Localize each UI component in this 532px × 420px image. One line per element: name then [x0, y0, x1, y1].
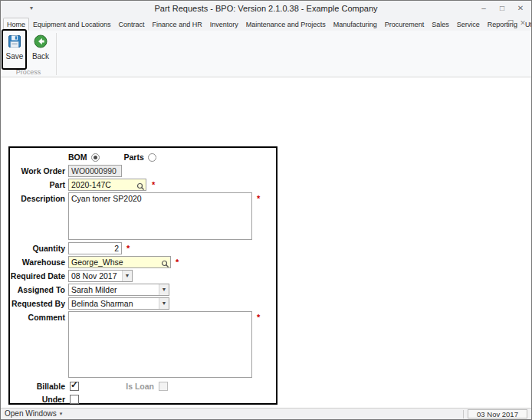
warehouse-lookup-field: [68, 256, 171, 268]
required-date-label: Required Date: [10, 270, 65, 282]
open-windows-label: Open Windows: [5, 409, 57, 418]
part-input[interactable]: [68, 179, 146, 191]
is-loan-checkbox: [159, 382, 168, 391]
quantity-input[interactable]: [68, 242, 122, 254]
warehouse-lookup-icon[interactable]: [161, 258, 169, 266]
under-warranty-checkbox[interactable]: [70, 395, 79, 404]
warehouse-input[interactable]: [68, 256, 171, 268]
ribbon-group-separator: [56, 33, 57, 75]
tab-service[interactable]: Service: [453, 18, 484, 31]
description-textarea[interactable]: Cyan toner SP2020: [68, 192, 252, 240]
description-required-marker: *: [257, 192, 260, 205]
title-bar: ▾ Part Requests - BPO: Version 2.1.0.38 …: [1, 1, 531, 17]
required-date-combobox[interactable]: 08 Nov 2017 ▼: [68, 270, 133, 282]
back-button-label: Back: [32, 52, 49, 61]
description-label: Description: [10, 192, 65, 205]
tab-maintenance-and-projects[interactable]: Maintenance and Projects: [242, 18, 330, 31]
minimize-button[interactable]: –: [475, 2, 492, 15]
tab-inventory[interactable]: Inventory: [206, 18, 242, 31]
requested-by-value: Belinda Sharman: [71, 299, 133, 308]
check-icon: ✓: [71, 379, 78, 390]
close-button[interactable]: ✕: [512, 2, 529, 15]
requested-by-label: Requested By: [10, 297, 65, 310]
bom-radio[interactable]: [91, 153, 100, 162]
billable-checkbox[interactable]: ✓: [70, 382, 79, 391]
part-required-marker: *: [152, 179, 155, 191]
status-separator: [463, 410, 464, 418]
back-button[interactable]: Back: [28, 33, 53, 68]
tab-finance-and-hr[interactable]: Finance and HR: [149, 18, 206, 31]
ribbon-tab-bar: Home Equipment and Locations Contract Fi…: [1, 17, 531, 31]
back-icon: [33, 34, 48, 51]
requested-by-combobox[interactable]: Belinda Sharman ▼: [68, 297, 169, 310]
child-restore-icon[interactable]: ❐: [506, 19, 515, 27]
tab-sales[interactable]: Sales: [428, 18, 453, 31]
save-button[interactable]: Save: [2, 33, 27, 68]
warehouse-required-marker: *: [176, 256, 179, 268]
quantity-label: Quantity: [10, 242, 65, 254]
requested-by-dropdown-icon[interactable]: ▼: [159, 298, 169, 309]
part-label: Part: [10, 179, 65, 191]
parts-radio[interactable]: [148, 153, 156, 162]
quantity-required-marker: *: [126, 242, 130, 254]
mdi-child-controls: – ❐ ✕: [494, 19, 527, 27]
save-icon: [7, 34, 22, 51]
parts-label: Parts: [124, 153, 144, 162]
child-close-icon[interactable]: ✕: [518, 19, 527, 27]
open-windows-caret-icon: ▾: [60, 411, 63, 417]
required-date-value: 08 Nov 2017: [71, 271, 117, 281]
work-order-input[interactable]: [68, 165, 122, 177]
assigned-to-label: Assigned To: [10, 284, 65, 296]
required-date-dropdown-icon[interactable]: ▼: [122, 271, 132, 281]
part-lookup-icon[interactable]: [136, 180, 145, 189]
assigned-to-combobox[interactable]: Sarah Milder ▼: [68, 284, 169, 296]
maximize-button[interactable]: □: [494, 2, 511, 15]
comment-textarea[interactable]: [68, 311, 252, 378]
work-order-label: Work Order: [10, 165, 65, 177]
warehouse-label: Warehouse: [10, 256, 65, 268]
comment-label: Comment: [10, 311, 65, 323]
child-minimize-icon[interactable]: –: [494, 19, 503, 27]
assigned-to-dropdown-icon[interactable]: ▼: [159, 284, 169, 295]
tab-equipment-and-locations[interactable]: Equipment and Locations: [29, 18, 115, 31]
open-windows-dropdown[interactable]: Open Windows ▾: [5, 409, 62, 418]
status-date: 03 Nov 2017: [468, 409, 527, 418]
tab-contract[interactable]: Contract: [115, 18, 149, 31]
comment-required-marker: *: [257, 311, 260, 323]
status-bar: Open Windows ▾ 03 Nov 2017: [1, 408, 531, 419]
part-lookup-field: [68, 179, 146, 191]
save-button-label: Save: [6, 52, 24, 61]
tab-home[interactable]: Home: [3, 18, 29, 31]
tab-procurement[interactable]: Procurement: [381, 18, 429, 31]
assigned-to-value: Sarah Milder: [71, 285, 117, 294]
window-title: Part Requests - BPO: Version 2.1.0.38 - …: [1, 4, 531, 13]
source-radio-group: BOM Parts: [68, 153, 156, 162]
part-request-form: BOM Parts Work Order Part * Description …: [8, 146, 277, 405]
ribbon-group-label: Process: [1, 68, 56, 77]
window-controls: – □ ✕: [475, 2, 529, 15]
app-window: ▾ Part Requests - BPO: Version 2.1.0.38 …: [0, 0, 532, 420]
tab-manufacturing[interactable]: Manufacturing: [330, 18, 381, 31]
is-loan-label: Is Loan: [100, 380, 154, 392]
ribbon: Save Back Process: [1, 31, 531, 77]
bom-label: BOM: [68, 153, 87, 162]
billable-label: Billable: [10, 380, 65, 392]
